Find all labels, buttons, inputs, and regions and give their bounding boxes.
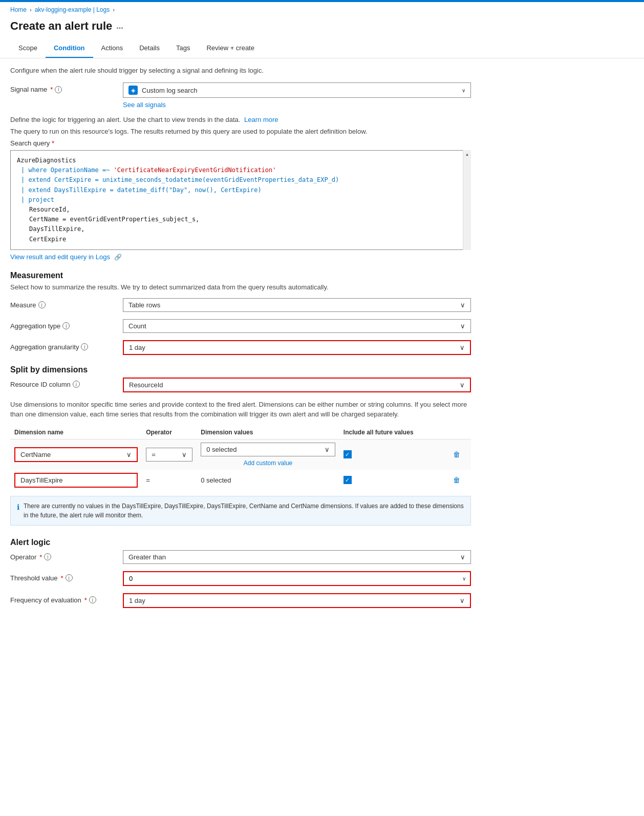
threshold-info-icon[interactable]: i: [66, 574, 73, 581]
signal-type-icon: [128, 86, 138, 95]
tab-actions[interactable]: Actions: [93, 39, 132, 58]
dim-name-daystillexpire: DaysTillExpire: [10, 470, 142, 491]
learn-more-link[interactable]: Learn more: [244, 116, 278, 123]
dimensions-table-header: Dimension name Operator Dimension values…: [10, 426, 471, 440]
query-line-1: AzureDiagnostics: [17, 156, 464, 165]
dimensions-table-body: CertName ∨ = ∨ 0 selected: [10, 439, 471, 491]
alert-desc2: The query to run on this resource's logs…: [10, 128, 471, 135]
breadcrumb-sep2: ›: [113, 7, 115, 13]
alert-logic-heading: Alert logic: [10, 538, 471, 547]
certname-operator-dropdown[interactable]: = ∨: [146, 448, 192, 462]
query-line-2: | where OperationName =~ 'CertificateNea…: [17, 165, 464, 175]
query-line-8: DaysTillExpire,: [17, 224, 464, 234]
info-box-icon: ℹ: [17, 502, 19, 520]
signal-chevron-icon: ∨: [462, 88, 465, 93]
frequency-dropdown[interactable]: 1 day ∨: [123, 593, 471, 608]
tab-condition[interactable]: Condition: [46, 39, 93, 58]
split-heading: Split by dimensions: [10, 365, 471, 374]
scrollbar-up: ▲: [465, 152, 469, 157]
operator-row: Operator * i Greater than ∨: [10, 550, 471, 564]
measure-dropdown[interactable]: Table rows ∨: [123, 298, 471, 312]
resource-id-dropdown[interactable]: ResourceId ∨: [123, 378, 471, 392]
tab-tags[interactable]: Tags: [168, 39, 198, 58]
query-line-6: ResourceId,: [17, 205, 464, 215]
page-more-options[interactable]: ...: [116, 22, 123, 31]
certname-dropdown[interactable]: CertName ∨: [14, 447, 138, 462]
certname-include-future-checkbox[interactable]: [344, 450, 352, 458]
dimensions-info-box: ℹ There are currently no values in the D…: [10, 496, 471, 526]
agg-type-row: Aggregation type i Count ∨: [10, 319, 471, 333]
frequency-info-icon[interactable]: i: [89, 596, 96, 603]
query-required: *: [52, 139, 54, 147]
query-line-3: | extend CertExpire = unixtime_seconds_t…: [17, 175, 464, 185]
tab-review-create[interactable]: Review + create: [198, 39, 263, 58]
frequency-value: 1 day ∨: [123, 593, 471, 608]
threshold-value: ∨: [123, 571, 471, 586]
alert-desc1: Define the logic for triggering an alert…: [10, 116, 471, 123]
dimensions-section: Split by dimensions Resource ID column i…: [10, 365, 471, 526]
dim-col-delete: [449, 426, 471, 440]
agg-type-info-icon[interactable]: i: [62, 322, 70, 329]
breadcrumb-sep1: ›: [30, 7, 32, 13]
query-box-wrap: AzureDiagnostics | where OperationName =…: [10, 150, 471, 250]
measure-row: Measure i Table rows ∨: [10, 298, 471, 312]
add-custom-value-link[interactable]: Add custom value: [201, 458, 335, 467]
view-result-link[interactable]: View result and edit query in Logs 🔗: [10, 253, 122, 261]
resource-id-label: Resource ID column i: [10, 378, 123, 388]
daystillexpire-include-future-checkbox[interactable]: [344, 476, 352, 484]
dim-col-name: Dimension name: [10, 426, 142, 440]
frequency-label: Frequency of evaluation * i: [10, 593, 123, 604]
breadcrumb-logs[interactable]: akv-logging-example | Logs: [35, 6, 110, 13]
threshold-input-wrap: ∨: [123, 571, 471, 586]
search-query-label: Search query *: [10, 139, 471, 147]
frequency-required: *: [84, 596, 87, 604]
resource-id-info-icon[interactable]: i: [73, 381, 80, 388]
query-scrollbar[interactable]: ▲: [463, 150, 471, 250]
dimensions-desc: Use dimensions to monitor specific time …: [10, 400, 471, 420]
agg-type-dropdown[interactable]: Count ∨: [123, 319, 471, 333]
daystillexpire-delete-icon[interactable]: 🗑: [453, 476, 460, 484]
dim-operator-daystillexpire: =: [142, 470, 197, 491]
measurement-heading: Measurement: [10, 271, 471, 280]
signal-select-dropdown[interactable]: Custom log search ∨: [123, 82, 471, 98]
tab-scope[interactable]: Scope: [10, 39, 46, 58]
agg-type-value: Count ∨: [123, 319, 471, 333]
query-line-7: CertName = eventGridEventProperties_subj…: [17, 215, 464, 224]
certname-values-dropdown[interactable]: 0 selected ∨: [201, 443, 335, 456]
operator-info-icon[interactable]: i: [44, 553, 51, 560]
frequency-row: Frequency of evaluation * i 1 day ∨: [10, 593, 471, 608]
tab-details[interactable]: Details: [131, 39, 168, 58]
daystillexpire-input[interactable]: DaysTillExpire: [14, 473, 138, 488]
signal-select-text: Custom log search: [142, 87, 462, 94]
operator-chevron-icon: ∨: [460, 553, 465, 561]
operator-required: *: [39, 553, 42, 561]
query-line-4: | extend DaysTillExpire = datetime_diff(…: [17, 185, 464, 195]
agg-gran-value: 1 day ∨: [123, 340, 471, 355]
breadcrumb: Home › akv-logging-example | Logs ›: [0, 2, 644, 17]
signal-name-row: Signal name * i Custom log search ∨ See …: [10, 82, 471, 109]
measurement-desc: Select how to summarize the results. We …: [10, 283, 471, 291]
operator-dropdown[interactable]: Greater than ∨: [123, 550, 471, 564]
agg-gran-dropdown[interactable]: 1 day ∨: [123, 340, 471, 355]
dim-future-daystillexpire: [339, 470, 449, 491]
frequency-chevron-icon: ∨: [460, 597, 465, 604]
signal-info-icon[interactable]: i: [55, 86, 62, 93]
dim-col-future: Include all future values: [339, 426, 449, 440]
see-all-signals-link[interactable]: See all signals: [123, 101, 166, 109]
query-line-9: CertExpire: [17, 235, 464, 244]
search-query-box[interactable]: AzureDiagnostics | where OperationName =…: [10, 150, 471, 250]
breadcrumb-home[interactable]: Home: [10, 6, 27, 13]
dimension-row-daystillexpire: DaysTillExpire = 0 selected 🗑: [10, 470, 471, 491]
condition-desc: Configure when the alert rule should tri…: [10, 67, 471, 74]
agg-gran-chevron: ∨: [460, 344, 465, 351]
info-box-text: There are currently no values in the Day…: [24, 501, 464, 520]
measure-value: Table rows ∨: [123, 298, 471, 312]
threshold-input[interactable]: [124, 572, 458, 585]
dim-values-daystillexpire: 0 selected: [197, 470, 339, 491]
certname-delete-icon[interactable]: 🗑: [453, 450, 460, 458]
threshold-required: *: [61, 574, 63, 582]
measure-info-icon[interactable]: i: [38, 301, 46, 308]
agg-gran-info-icon[interactable]: i: [81, 343, 88, 350]
logs-icon: 🔗: [114, 254, 122, 261]
resource-id-row: Resource ID column i ResourceId ∨: [10, 378, 471, 392]
